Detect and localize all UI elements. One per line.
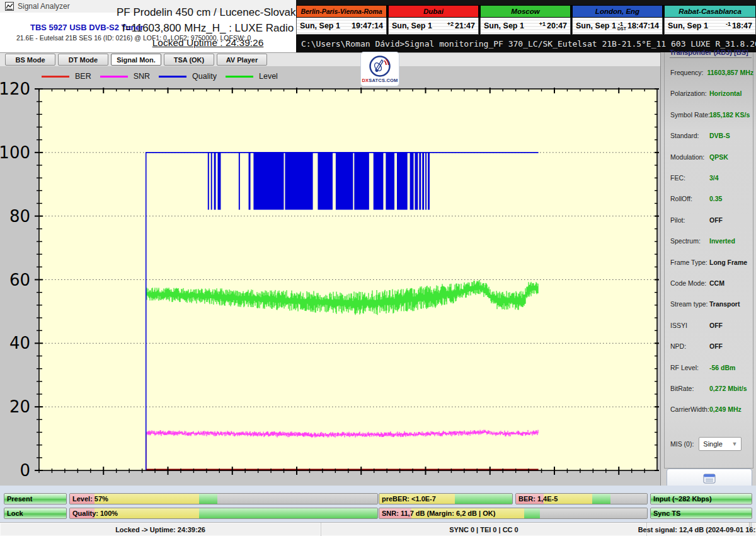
clock-date: Sun, Sep 1 <box>392 21 432 30</box>
bar-segment-green <box>199 508 377 518</box>
panel-row-label: FEC: <box>670 174 709 182</box>
legend-item-ber: BER <box>42 72 91 81</box>
svg-text:40: 40 <box>9 334 30 352</box>
clock-time-row: Sun, Sep 1+120:47 <box>480 18 571 35</box>
panel-row-pilot-: Pilot:OFF <box>670 216 753 224</box>
svg-text:60: 60 <box>9 271 30 289</box>
window-title: Signal Analyzer <box>18 2 70 11</box>
bar-label: Input (~282 Kbps) <box>653 495 712 503</box>
panel-row-value: Transport <box>709 300 740 308</box>
clock-moscow: MoscowSun, Sep 1+120:47 <box>480 5 572 35</box>
panel-row-value: CCM <box>709 279 724 287</box>
panel-row-value: -56 dBm <box>709 364 735 371</box>
panel-row-label: Standard: <box>670 132 709 139</box>
terminal-prompt-line: C:\Users\Roman Dávid>Signal monitoring_P… <box>301 39 756 49</box>
bar-label: preBER: <1.0E-7 <box>382 495 436 503</box>
legend-label: Quality <box>192 72 217 81</box>
mis-dropdown[interactable]: Single ▼ <box>699 437 742 451</box>
transponder-panel-frame: Transponder (ADJ) [BS] Frequency:11603,8… <box>664 52 753 469</box>
mis-label: MIS (0): <box>670 440 694 448</box>
clock-dubai: DubaiSun, Sep 1+221:47 <box>388 5 480 35</box>
bar-segment-yellow <box>94 494 199 504</box>
transponder-panel-header: Transponder (ADJ) [BS] <box>670 49 752 58</box>
panel-row-fec-: FEC:3/4 <box>670 174 753 182</box>
header-center: PF Prodelin 450 cm / Lucenec-Slovakia f=… <box>117 6 299 49</box>
tab-av-player[interactable]: AV Player <box>217 54 267 66</box>
panel-row-value: 185,182 KS/s <box>709 111 750 119</box>
clock-date: Sun, Sep 1 <box>668 21 708 30</box>
clock-time-value: +221:47 <box>447 21 475 30</box>
svg-text:100: 100 <box>0 143 30 162</box>
bar-segments <box>70 494 377 504</box>
panel-row-label: NPD: <box>670 342 709 350</box>
panel-row-frame-type-: Frame Type:Long Frame <box>670 259 753 266</box>
panel-row-label: Frequency: <box>670 69 707 76</box>
panel-row-bitrate-: BitRate:0,272 Mbit/s <box>670 385 753 392</box>
panel-row-value: QPSK <box>709 153 728 161</box>
bottom-statusbar: Locked -> Uptime: 24:39:26 SYNC 0 | TEI … <box>0 522 756 536</box>
legend-item-level: Level <box>226 72 278 81</box>
panel-row-spectrum-: Spectrum:Inverted <box>670 237 753 245</box>
clock-date: Sun, Sep 1 <box>576 21 616 30</box>
indicator-bar-snr: SNR: 11,7 dB (Margin: 6,2 dB | OK) <box>379 508 648 519</box>
panel-row-modulation-: Modulation:QPSK <box>670 153 753 161</box>
legend-swatch <box>226 76 253 78</box>
tab-signal-mon-[interactable]: Signal Mon. <box>111 54 161 66</box>
tab-dt-mode[interactable]: DT Mode <box>58 54 108 66</box>
panel-row-label: Code Mode: <box>670 279 709 287</box>
panel-row-label: Modulation: <box>670 153 709 161</box>
clock-city-label: Berlin-Paris-Vienna-Roma <box>296 5 387 18</box>
legend-swatch <box>159 76 186 78</box>
panel-row-npd-: NPD:OFF <box>670 342 753 350</box>
bar-label: Lock <box>7 510 23 517</box>
bar-label: Quality: 100% <box>72 510 118 517</box>
bar-segment-gray <box>217 494 377 504</box>
indicator-bar-quality: Quality: 100% <box>69 508 378 519</box>
bar-label: Present <box>7 495 32 503</box>
indicator-bar-input: Input (~282 Kbps) <box>650 493 752 504</box>
clock-london-eng: London, EngSun, Sep 1-1DST18:47:14 <box>572 5 664 35</box>
legend-label: Level <box>259 72 278 81</box>
panel-row-value: OFF <box>709 322 723 329</box>
chart-legend: BERSNRQualityLevel <box>42 72 278 81</box>
panel-row-symbol-rate-: Symbol Rate:185,182 KS/s <box>670 111 753 119</box>
bar-label: Sync TS <box>653 510 680 517</box>
antenna-location-title: PF Prodelin 450 cm / Lucenec-Slovakia <box>117 6 299 19</box>
tab-bs-mode[interactable]: BS Mode <box>5 54 55 66</box>
clock-time-value: +120:47 <box>539 21 567 30</box>
panel-row-value: 0.35 <box>709 195 722 202</box>
bar-segment-green <box>455 494 512 504</box>
clock-time-row: Sun, Sep 1-1DST18:47:14 <box>572 18 663 35</box>
mode-tabstrip: BS ModeDT ModeSignal Mon.TSA (OK)AV Play… <box>0 52 660 66</box>
clock-rabat-casablanca: Rabat-CasablancaSun, Sep 1-118:47 <box>664 5 756 35</box>
panel-row-value: 0,249 MHz <box>709 405 742 413</box>
legend-item-snr: SNR <box>100 72 150 81</box>
dxsatcs-logo: DXSATCS.COM <box>360 52 399 86</box>
indicator-bar-syncts: Sync TS <box>650 508 752 519</box>
svg-text:120: 120 <box>0 79 30 98</box>
tab-tsa-ok-[interactable]: TSA (OK) <box>164 54 214 66</box>
panel-row-value: 11603,857 MHz <box>707 69 753 76</box>
panel-row-value: 3/4 <box>709 174 719 182</box>
indicator-bar-ber: BER: 1,4E-5 <box>515 493 648 504</box>
header-area: TBS 5927 USB DVB-S2 Tuner 21.6E - Eutels… <box>0 13 296 52</box>
app-icon <box>5 2 14 11</box>
utc-offset: -1 <box>726 21 731 27</box>
svg-text:20: 20 <box>9 397 30 416</box>
clock-date: Sun, Sep 1 <box>484 21 524 30</box>
panel-row-label: BitRate: <box>670 385 709 392</box>
panel-row-carrierwidth-: CarrierWidth:0,249 MHz <box>670 405 753 413</box>
clock-time-value: -1DST18:47:14 <box>618 21 659 30</box>
world-clocks-panel: Berlin-Paris-Vienna-RomaSun, Sep 119:47:… <box>296 0 756 35</box>
statusbar-best-signal: Best signal: 12,4 dB (2024-09-01 16:11) <box>647 523 756 536</box>
resize-grip[interactable]: ⠿ <box>748 524 755 534</box>
utc-offset: +2 <box>447 21 454 27</box>
locked-uptime-title: Locked Uptime : 24:39:26 <box>117 37 299 49</box>
statusbar-lock-uptime: Locked -> Uptime: 24:39:26 <box>0 523 321 536</box>
clock-time-value: -118:47 <box>726 21 752 30</box>
clock-city-label: Rabat-Casablanca <box>664 5 756 18</box>
panel-row-label: RF Level: <box>670 364 709 371</box>
panel-row-code-mode-: Code Mode:CCM <box>670 279 753 287</box>
frequency-title: f=11603,800 MHz_H_ : LUXE Radio <box>117 22 299 35</box>
panel-row-label: Symbol Rate: <box>670 111 709 119</box>
